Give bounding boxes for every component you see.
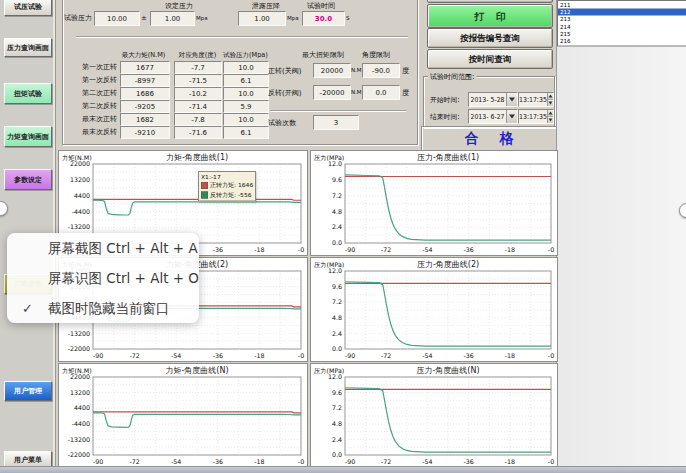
svg-text:-72: -72 (381, 352, 391, 359)
svg-text:-90: -90 (93, 458, 103, 465)
svg-text:9.6: 9.6 (332, 389, 342, 396)
separator (270, 110, 406, 112)
report-list-item[interactable]: 213 (558, 16, 686, 23)
svg-text:4.8: 4.8 (332, 208, 342, 215)
svg-text:4.8: 4.8 (332, 314, 342, 321)
svg-text:压力(MPa): 压力(MPa) (314, 367, 344, 374)
sidebar-button-torque-test[interactable]: 扭矩试验 (4, 83, 52, 104)
spinner-arrows-icon[interactable] (547, 93, 553, 106)
svg-text:力矩(N.M): 力矩(N.M) (62, 367, 92, 374)
end-time-label: 结束时间: (430, 112, 459, 121)
spinner-arrows-icon[interactable] (547, 110, 553, 123)
svg-text:9.6: 9.6 (332, 176, 342, 183)
end-date-picker[interactable]: 2013- 6-27 (468, 109, 518, 124)
report-list-item[interactable]: 214 (558, 23, 686, 30)
svg-text:-54: -54 (171, 352, 181, 359)
svg-text:-0: -0 (298, 352, 304, 359)
result-row-label: 最末次反转 (75, 128, 117, 137)
svg-text:压力(MPa): 压力(MPa) (314, 261, 344, 268)
start-time-value: 13:17:35 (519, 96, 547, 104)
svg-text:-0: -0 (298, 246, 304, 253)
dropdown-arrow-icon[interactable] (506, 93, 517, 106)
sidebar-button-user-management[interactable]: 用户管理 (4, 381, 52, 401)
print-button[interactable]: 打 印 (427, 4, 553, 28)
tolerance-input[interactable]: 1.00 (150, 11, 195, 26)
svg-text:-54: -54 (422, 246, 432, 253)
dropdown-arrow-icon[interactable] (506, 110, 517, 123)
result-cell: -8997 (120, 74, 170, 87)
svg-text:力矩-角度曲线(N): 力矩-角度曲线(N) (165, 366, 228, 375)
report-list-item[interactable]: 212 (558, 8, 686, 15)
result-cell: -9210 (120, 126, 170, 139)
svg-text:-0: -0 (548, 458, 554, 465)
svg-text:-0: -0 (548, 352, 554, 359)
end-date-value: 2013- 6-27 (469, 113, 506, 121)
svg-text:7.2: 7.2 (332, 404, 342, 411)
torque-limit-input[interactable]: -20000 (313, 85, 351, 100)
start-date-picker[interactable]: 2013- 5-28 (468, 92, 518, 107)
result-cell: -9205 (120, 100, 170, 113)
result-cell: -71.6 (174, 126, 222, 139)
query-by-time-button[interactable]: 按时间查询 (427, 49, 553, 69)
report-list[interactable]: 211212213214215216 (557, 0, 686, 47)
svg-text:压力-角度曲线(N): 压力-角度曲线(N) (416, 366, 479, 375)
screenshot-context-menu: 屏幕截图 Ctrl + Alt + A屏幕识图 Ctrl + Alt + O✓截… (7, 233, 199, 323)
angle-limit-input[interactable]: 0.0 (362, 85, 400, 100)
chart-pressure-3: 12.09.67.24.82.40.0-90-72-54-36-18-0压力-角… (310, 363, 558, 468)
partial-top-button[interactable] (427, 0, 553, 3)
svg-text:12.0: 12.0 (328, 267, 342, 274)
test-pressure-label: 试验压力 (64, 14, 92, 23)
angle-limit-input[interactable]: -90.0 (362, 63, 400, 78)
svg-text:7.2: 7.2 (332, 298, 342, 305)
context-menu-item[interactable]: 屏幕截图 Ctrl + Alt + A (7, 233, 199, 263)
svg-text:力矩-角度曲线(1): 力矩-角度曲线(1) (166, 153, 228, 162)
start-time-spinner[interactable]: 13:17:35 (518, 92, 554, 107)
svg-text:-72: -72 (129, 352, 139, 359)
tooltip-x-label: X1:-17 (201, 173, 253, 181)
test-pressure-input[interactable]: 10.00 (94, 11, 140, 26)
test-count-input[interactable]: 3 (313, 115, 359, 130)
torque-limit-header: 最大扭矩限制 (302, 50, 344, 59)
svg-text:-22000: -22000 (68, 451, 90, 458)
sidebar-button-torque-query[interactable]: 力矩查询画面 (4, 126, 52, 147)
legend-swatch-icon (201, 182, 208, 189)
result-row-label: 第二次反转 (75, 102, 117, 111)
svg-text:-13200: -13200 (68, 223, 90, 230)
svg-text:0.0: 0.0 (332, 239, 342, 246)
leak-input[interactable]: 1.00 (238, 11, 286, 26)
report-list-item[interactable]: 211 (558, 1, 686, 8)
result-cell: -7.7 (174, 61, 222, 74)
sidebar-button-pressure-test[interactable]: 试压试验 (4, 0, 52, 16)
mpa-unit-1: Mpa (196, 15, 208, 22)
test-time-input[interactable]: 30.0 (302, 11, 345, 26)
context-menu-item[interactable]: 屏幕识图 Ctrl + Alt + O (7, 263, 199, 293)
report-list-item[interactable]: 215 (558, 30, 686, 37)
svg-text:-18: -18 (254, 352, 264, 359)
svg-text:压力(MPa): 压力(MPa) (314, 154, 344, 161)
svg-text:2.4: 2.4 (332, 436, 342, 443)
result-cell: 6.1 (223, 74, 269, 87)
result-row-label: 第二次正转 (75, 89, 117, 98)
sidebar-button-parameter-setting[interactable]: 参数设定 (4, 169, 52, 190)
end-time-spinner[interactable]: 13:17:35 (518, 109, 554, 124)
app-window: 试压试验压力查询画面扭矩试验力矩查询画面参数设定厂家参数用户管理用户菜单 设定压… (0, 0, 686, 473)
right-empty-area (556, 0, 686, 473)
svg-text:-90: -90 (345, 246, 355, 253)
context-menu-item[interactable]: ✓截图时隐藏当前窗口 (7, 293, 199, 323)
svg-text:-13200: -13200 (68, 330, 90, 337)
sidebar-button-pressure-query[interactable]: 压力查询画面 (4, 38, 52, 57)
svg-text:压力-角度曲线(2): 压力-角度曲线(2) (417, 260, 479, 269)
result-cell: -71.4 (174, 100, 222, 113)
svg-text:力矩(N.M): 力矩(N.M) (62, 154, 92, 161)
svg-text:-18: -18 (505, 352, 515, 359)
report-list-item[interactable]: 216 (558, 37, 686, 44)
svg-text:压力-角度曲线(1): 压力-角度曲线(1) (417, 153, 479, 162)
col-header-pressure: 试验压力(Mpa) (223, 50, 267, 59)
svg-text:-4400: -4400 (72, 420, 90, 427)
result-cell: 10.0 (223, 113, 269, 126)
chart-tooltip: X1:-17 正转力矩: 1646反转力矩: -556 (198, 171, 256, 202)
svg-text:2.4: 2.4 (332, 330, 342, 337)
mpa-unit-2: Mpa (287, 15, 299, 22)
torque-limit-input[interactable]: 20000 (313, 63, 351, 78)
query-by-report-button[interactable]: 按报告编号查询 (427, 28, 553, 48)
